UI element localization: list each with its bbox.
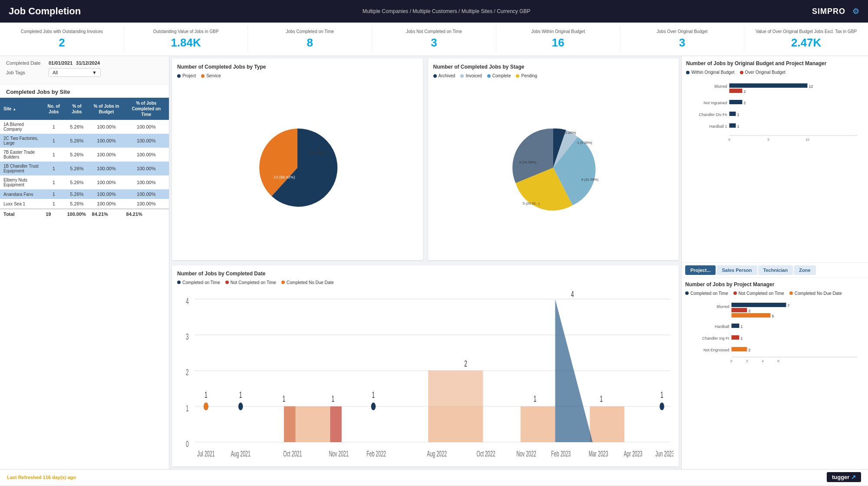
svg-text:1 (5.26%): 1 (5.26%) xyxy=(577,141,592,145)
filter-icon[interactable]: ⚙ xyxy=(852,7,859,16)
svg-text:6: 6 xyxy=(317,147,319,151)
kpi-value-1: 2 xyxy=(4,36,119,50)
kpi-value-over-budget: Value of Over Original Budget Jobs Excl.… xyxy=(744,26,868,52)
kpi-value-5: 16 xyxy=(501,36,616,50)
date-to[interactable]: 31/12/2024 xyxy=(76,60,100,66)
legend-over-budget: Over Original Budget xyxy=(740,70,785,75)
table-row[interactable]: Luxx Sea 1 1 5.26% 100.00% 100.00% xyxy=(0,199,169,209)
left-panel: Completed Date 01/01/2021 31/12/2024 Job… xyxy=(0,56,169,469)
svg-text:1: 1 xyxy=(737,112,739,117)
total-ontime: 84.21% xyxy=(124,209,169,219)
svg-text:12: 12 xyxy=(809,84,813,89)
svg-text:Blurred: Blurred xyxy=(714,84,727,89)
svg-text:Not Engrossed: Not Engrossed xyxy=(703,348,729,352)
svg-point-33 xyxy=(238,402,243,410)
legend-service-label: Service xyxy=(206,73,221,78)
svg-text:4: 4 xyxy=(186,296,189,305)
tab-technician[interactable]: Technician xyxy=(758,265,793,275)
svg-text:1: 1 xyxy=(372,390,375,399)
pie-type-container: 13 (68.42%) 6 (31.58%) xyxy=(177,81,418,255)
chart-completed-by-stage: Number of Completed Jobs by Stage Archiv… xyxy=(428,59,679,260)
tab-project[interactable]: Project... xyxy=(685,265,716,275)
table-row[interactable]: 7B Easter Trade Builders 1 5.26% 100.00%… xyxy=(0,148,169,162)
tab-bar[interactable]: Project... Sales Person Technician Zone xyxy=(682,263,868,278)
kpi-within-budget: Jobs Within Original Budget 16 xyxy=(496,26,620,52)
kpi-label-6: Jobs Over Original Budget xyxy=(625,29,740,34)
date-from[interactable]: 01/01/2021 xyxy=(49,60,73,66)
kpi-label-3: Jobs Completed on Time xyxy=(252,29,367,34)
cell-site: 1A Blurred Company xyxy=(0,120,43,134)
cell-pct: 5.26% xyxy=(64,162,89,175)
table-row[interactable]: 2C Two Factories, Large 1 5.26% 100.00% … xyxy=(0,134,169,148)
svg-text:6 (31.58%): 6 (31.58%) xyxy=(581,178,598,182)
header-right: SIMPRO ⚙ xyxy=(812,7,859,16)
svg-text:Jun 2023: Jun 2023 xyxy=(655,450,673,458)
kpi-value-4: 3 xyxy=(376,36,492,50)
cell-budget: 100.00% xyxy=(89,175,124,189)
total-pct: 100.00% xyxy=(64,209,89,219)
job-tags-select[interactable]: All ▼ xyxy=(49,68,101,77)
cell-jobs: 1 xyxy=(43,148,64,162)
svg-text:Apr 2023: Apr 2023 xyxy=(624,450,642,458)
chart-completed-by-type: Number of Completed Jobs by Type Project… xyxy=(172,59,423,260)
manager-chart-legend: Completed on Time Not Completed on Time … xyxy=(685,291,865,296)
header-subtitle: Multiple Companies / Multiple Customers … xyxy=(363,8,531,14)
kpi-over-budget: Jobs Over Original Budget 3 xyxy=(620,26,745,52)
svg-text:(31.58%): (31.58%) xyxy=(310,151,326,155)
svg-point-36 xyxy=(204,402,208,410)
svg-text:3: 3 xyxy=(186,331,189,341)
manager-chart-title: Number of Jobs by Project Manager xyxy=(685,281,865,288)
svg-text:5: 5 xyxy=(767,138,769,142)
svg-text:1 (5.26%): 1 (5.26%) xyxy=(561,131,576,135)
svg-text:Hardball: Hardball xyxy=(715,324,729,329)
app-header: Job Completion Multiple Companies / Mult… xyxy=(0,0,868,23)
svg-text:1: 1 xyxy=(283,393,286,403)
cell-jobs: 1 xyxy=(43,120,64,134)
date-filter-row: Completed Date 01/01/2021 31/12/2024 xyxy=(6,60,163,66)
svg-point-35 xyxy=(660,402,664,410)
right-panel: Number of Jobs by Original Budget and Pr… xyxy=(681,56,868,469)
svg-rect-62 xyxy=(729,112,736,116)
svg-rect-72 xyxy=(732,303,786,307)
cell-budget: 100.00% xyxy=(89,148,124,162)
legend-on-time: Completed on Time xyxy=(177,280,220,285)
cell-ontime: 100.00% xyxy=(124,148,169,162)
cell-ontime: 100.00% xyxy=(124,120,169,134)
table-title: Completed Jobs by Site xyxy=(0,84,169,98)
svg-text:Oct 2022: Oct 2022 xyxy=(476,450,495,458)
chart-stage-legend: Archived Invoiced Complete Pending xyxy=(433,73,674,78)
cell-jobs: 1 xyxy=(43,134,64,148)
manager-bar-chart: Blurred 7 2 5 Hardball 1 Chandler Ing Fr xyxy=(685,298,865,369)
legend-mgr-ontime: Completed on Time xyxy=(685,291,728,296)
svg-text:1: 1 xyxy=(534,393,537,403)
table-row[interactable]: Elberry Nuts Equipment 1 5.26% 100.00% 1… xyxy=(0,175,169,189)
table-row[interactable]: 1B Chandler Trust Equipment 1 5.26% 100.… xyxy=(0,162,169,175)
svg-text:Aug 2022: Aug 2022 xyxy=(427,450,447,458)
kpi-value-6: 3 xyxy=(625,36,740,50)
svg-text:2: 2 xyxy=(464,359,467,368)
table-row[interactable]: Anandara Fans 1 5.26% 100.00% 100.00% xyxy=(0,189,169,199)
svg-text:2: 2 xyxy=(746,359,748,363)
svg-text:13 (68.42%): 13 (68.42%) xyxy=(274,175,295,179)
cell-pct: 5.26% xyxy=(64,189,89,199)
table-row[interactable]: 1A Blurred Company 1 5.26% 100.00% 100.0… xyxy=(0,120,169,134)
kpi-label-1: Completed Jobs with Outstanding Invoices xyxy=(4,29,119,34)
svg-marker-24 xyxy=(590,406,624,442)
tab-zone[interactable]: Zone xyxy=(794,265,815,275)
chart-type-title: Number of Completed Jobs by Type xyxy=(177,64,418,70)
cell-pct: 5.26% xyxy=(64,134,89,148)
budget-chart-section: Number of Jobs by Original Budget and Pr… xyxy=(682,56,868,263)
svg-rect-59 xyxy=(729,100,743,104)
total-jobs: 19 xyxy=(43,209,64,219)
kpi-label-7: Value of Over Original Budget Jobs Excl.… xyxy=(749,29,864,34)
svg-text:0: 0 xyxy=(186,439,189,448)
svg-rect-54 xyxy=(729,83,808,88)
total-budget: 84.21% xyxy=(89,209,124,219)
app-title: Job Completion xyxy=(9,6,81,17)
svg-rect-79 xyxy=(732,324,739,328)
line-chart-svg: 0 1 2 3 4 xyxy=(177,288,673,462)
site-table-section: Completed Jobs by Site Site ▲ No. of Job… xyxy=(0,84,169,469)
cell-pct: 5.26% xyxy=(64,199,89,209)
tab-salesperson[interactable]: Sales Person xyxy=(716,265,757,275)
svg-text:Jul 2021: Jul 2021 xyxy=(197,450,215,458)
